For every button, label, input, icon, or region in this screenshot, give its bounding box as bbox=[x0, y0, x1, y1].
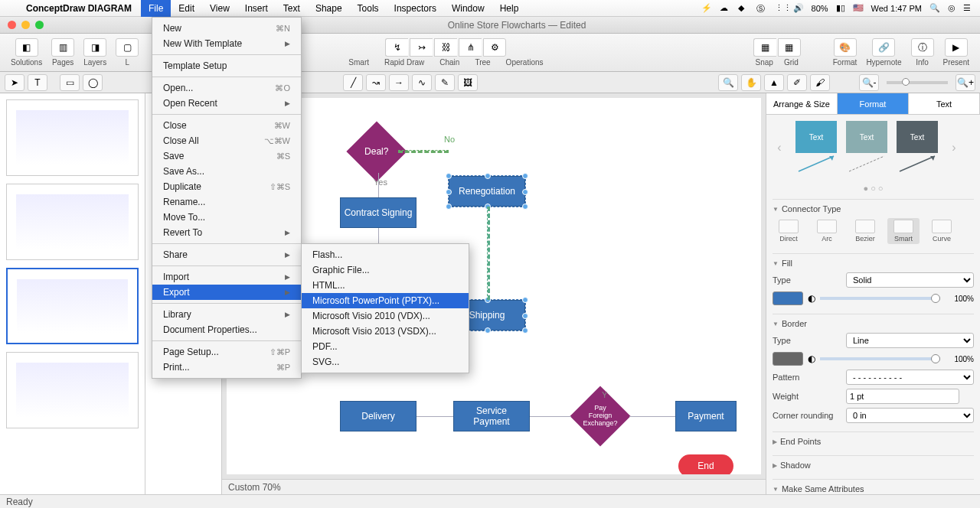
zoom-in-icon[interactable]: 🔍+ bbox=[956, 74, 975, 91]
maximize-button[interactable] bbox=[35, 21, 44, 29]
rect-tool[interactable]: ▭ bbox=[60, 74, 80, 91]
spotlight-icon[interactable]: 🔍 bbox=[929, 3, 940, 13]
menu-item-close-all[interactable]: Close All⌥⌘W bbox=[152, 133, 301, 148]
export-item-flash-[interactable]: Flash... bbox=[302, 247, 469, 262]
siri-icon[interactable]: ◎ bbox=[948, 3, 956, 13]
brush-tool[interactable]: 🖌 bbox=[810, 74, 830, 91]
ct-bezier[interactable]: Bezier bbox=[849, 218, 881, 244]
pen-tool[interactable]: ✎ bbox=[435, 74, 455, 91]
fill-color-swatch[interactable] bbox=[773, 291, 803, 305]
tab-text[interactable]: Text bbox=[909, 93, 980, 114]
volume-icon[interactable]: 🔊 bbox=[793, 3, 804, 14]
smart-button[interactable]: ↯ bbox=[385, 38, 408, 57]
format-button[interactable]: 🎨 bbox=[834, 38, 857, 57]
ct-curve[interactable]: Curve bbox=[926, 218, 958, 244]
corner-select[interactable]: 0 in bbox=[846, 408, 974, 423]
export-item-microsoft-powerpoint-pptx-[interactable]: Microsoft PowerPoint (PPTX)... bbox=[302, 293, 469, 308]
hypernote-button[interactable]: 🔗 bbox=[872, 38, 895, 57]
curve-tool[interactable]: ∿ bbox=[412, 74, 432, 91]
menu-file[interactable]: File bbox=[141, 0, 171, 17]
menu-item-import[interactable]: Import▶ bbox=[152, 269, 301, 285]
style-card-2[interactable]: Text bbox=[846, 121, 887, 153]
rapid-button[interactable]: ↣ bbox=[410, 38, 433, 57]
menu-item-save[interactable]: Save⌘S bbox=[152, 148, 301, 164]
fill-type-select[interactable]: Solid bbox=[846, 272, 974, 288]
page-thumb-1[interactable] bbox=[6, 99, 139, 176]
battery-icon[interactable]: ▮▯ bbox=[836, 3, 845, 13]
zoom-slider[interactable] bbox=[887, 81, 948, 84]
node-payment[interactable]: Payment bbox=[675, 401, 737, 431]
tree-button[interactable]: ⋔ bbox=[459, 38, 482, 57]
section-shadow[interactable]: Shadow bbox=[773, 461, 974, 470]
export-item-html-[interactable]: HTML... bbox=[302, 278, 469, 293]
ct-direct[interactable]: Direct bbox=[773, 218, 805, 244]
layers-button[interactable]: ◨ bbox=[83, 38, 106, 57]
menu-insert[interactable]: Insert bbox=[237, 0, 276, 17]
export-item-graphic-file-[interactable]: Graphic File... bbox=[302, 262, 469, 278]
minimize-button[interactable] bbox=[21, 21, 30, 29]
grid-button[interactable]: ▦ bbox=[778, 38, 801, 57]
export-item-microsoft-visio-vsdx-[interactable]: Microsoft Visio 2013 (VSDX)... bbox=[302, 324, 469, 339]
section-connector-type[interactable]: Connector Type bbox=[773, 204, 974, 213]
node-renegotiation[interactable]: Renegotiation bbox=[449, 176, 525, 207]
style-page-dots[interactable]: ● ○ ○ bbox=[773, 184, 974, 193]
export-item-pdf-[interactable]: PDF... bbox=[302, 339, 469, 354]
style-card-1[interactable]: Text bbox=[795, 121, 837, 153]
zoom-label[interactable]: Custom 70% bbox=[228, 482, 281, 493]
menu-item-duplicate[interactable]: Duplicate⇧⌘S bbox=[152, 179, 301, 194]
ct-arc[interactable]: Arc bbox=[811, 218, 843, 244]
menu-window[interactable]: Window bbox=[444, 0, 492, 17]
eyedropper-tool[interactable]: ✐ bbox=[787, 74, 807, 91]
page-thumb-2[interactable] bbox=[6, 184, 139, 260]
menu-item-export[interactable]: Export▶ bbox=[152, 285, 301, 300]
menu-item-print-[interactable]: Print...⌘P bbox=[152, 360, 301, 375]
pointer-tool[interactable]: ➤ bbox=[5, 74, 24, 91]
dropbox-icon[interactable]: ◆ bbox=[738, 3, 749, 14]
clock[interactable]: Wed 1:47 PM bbox=[871, 4, 922, 13]
zoom-out-icon[interactable]: 🔍- bbox=[859, 74, 879, 91]
menu-item-page-setup-[interactable]: Page Setup...⇧⌘P bbox=[152, 344, 301, 360]
tab-arrange[interactable]: Arrange & Size bbox=[766, 93, 838, 114]
section-endpoints[interactable]: End Points bbox=[773, 437, 974, 446]
wifi-icon[interactable]: ⋮⋮ bbox=[775, 3, 786, 14]
image-tool[interactable]: 🖼 bbox=[458, 74, 478, 91]
menu-item-rename-[interactable]: Rename... bbox=[152, 194, 301, 210]
menu-item-close[interactable]: Close⌘W bbox=[152, 118, 301, 133]
page-thumb-4[interactable] bbox=[6, 352, 139, 428]
pages-button[interactable]: ▥ bbox=[51, 38, 74, 57]
zoom-tool[interactable]: 🔍 bbox=[718, 74, 738, 91]
fill-tool[interactable]: ▲ bbox=[764, 74, 784, 91]
node-service[interactable]: Service Payment bbox=[453, 401, 530, 431]
fill-opacity-slider[interactable] bbox=[820, 297, 940, 300]
node-pay-foreign[interactable]: Pay Foreign Exchange? bbox=[570, 386, 630, 446]
notification-icon[interactable]: ☰ bbox=[963, 3, 971, 13]
library-button[interactable]: ▢ bbox=[116, 38, 139, 57]
color-wheel-icon[interactable]: ◐ bbox=[808, 293, 815, 304]
border-opacity-slider[interactable] bbox=[820, 357, 940, 360]
menu-item-new-with-template[interactable]: New With Template▶ bbox=[152, 36, 301, 51]
weight-input[interactable] bbox=[846, 389, 959, 404]
flag-icon[interactable]: 🇺🇸 bbox=[853, 3, 864, 13]
border-type-select[interactable]: Line bbox=[846, 333, 974, 348]
status-icon[interactable]: ⚡ bbox=[701, 3, 712, 14]
solutions-button[interactable]: ◧ bbox=[15, 38, 38, 57]
export-item-svg-[interactable]: SVG... bbox=[302, 354, 469, 370]
style-prev-button[interactable]: ‹ bbox=[773, 141, 786, 155]
section-fill[interactable]: Fill bbox=[773, 259, 974, 268]
menu-item-open-[interactable]: Open...⌘O bbox=[152, 80, 301, 96]
menu-item-template-setup[interactable]: Template Setup bbox=[152, 58, 301, 73]
menu-item-revert-to[interactable]: Revert To▶ bbox=[152, 225, 301, 240]
section-border[interactable]: Border bbox=[773, 319, 974, 328]
info-button[interactable]: ⓘ bbox=[911, 38, 934, 57]
menu-item-save-as-[interactable]: Save As... bbox=[152, 164, 301, 179]
battery-pct[interactable]: 80% bbox=[812, 4, 828, 13]
pattern-select[interactable]: - - - - - - - - - - bbox=[846, 370, 974, 385]
ellipse-tool[interactable]: ◯ bbox=[83, 74, 103, 91]
style-next-button[interactable]: › bbox=[947, 141, 961, 155]
hand-tool[interactable]: ✋ bbox=[741, 74, 761, 91]
tab-format[interactable]: Format bbox=[838, 93, 909, 114]
line-tool[interactable]: ╱ bbox=[343, 74, 363, 91]
menu-edit[interactable]: Edit bbox=[171, 0, 202, 17]
section-make-same[interactable]: Make Same Attributes bbox=[773, 484, 974, 493]
snap-button[interactable]: ▦ bbox=[753, 38, 776, 57]
